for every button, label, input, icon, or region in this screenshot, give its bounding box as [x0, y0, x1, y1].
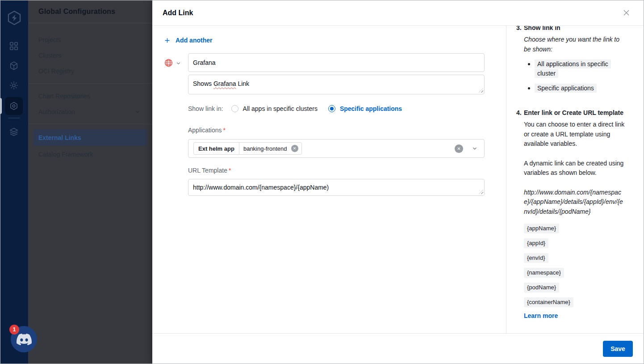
radio-selected-icon: [328, 105, 335, 112]
sidebar-item-authorization[interactable]: Authorization: [28, 104, 152, 119]
sidebar-item-external-links[interactable]: External Links: [33, 129, 147, 146]
add-another-button[interactable]: Add another: [164, 36, 212, 45]
rail-divider: [8, 118, 20, 119]
help-paragraph-2: A dynamic link can be created using vari…: [524, 159, 626, 178]
chip-value-label: banking-frontend: [239, 145, 291, 152]
variable-chip-appname: {appName}: [524, 224, 559, 233]
help-section-4-title: Enter link or Create URL template: [524, 108, 626, 118]
nav-cube-icon[interactable]: [5, 57, 23, 75]
sidebar-item-oci-registry[interactable]: OCI Registry: [28, 63, 152, 79]
sidebar-item-chart-repositories[interactable]: Chart Repositories: [28, 88, 152, 104]
radio-all-apps-in-specific-clusters[interactable]: All apps in specific clusters: [231, 105, 318, 112]
discord-icon: [17, 332, 32, 347]
nav-gear-icon[interactable]: [5, 76, 23, 94]
applications-multiselect[interactable]: Ext helm app banking-frontend ✕ ✕: [188, 139, 485, 158]
show-link-in-row: Show link in: All apps in specific clust…: [188, 103, 485, 114]
link-entry-row: Shows Grafana Link Show link in: All app…: [164, 53, 485, 196]
sidebar-item-clusters[interactable]: Clusters: [28, 47, 152, 63]
clear-all-icon[interactable]: ✕: [455, 144, 463, 153]
modal-body: Add another: [152, 26, 644, 333]
sidebar-heading: Global Configurations: [28, 0, 152, 23]
example-url: http://www.domain.com/{namespace}/{appNa…: [524, 188, 626, 217]
dropdown-chevron-icon[interactable]: [472, 145, 478, 152]
devtron-logo-icon[interactable]: [6, 10, 22, 26]
sidebar-group-3: External Links Catalog Framework: [28, 124, 152, 166]
nav-stack-icon[interactable]: [5, 123, 23, 141]
sidebar-group-2: Chart Repositories Authorization: [28, 83, 152, 124]
help-bullet-2: Specific applications: [524, 84, 626, 93]
required-asterisk: *: [229, 167, 231, 174]
chip-remove-icon[interactable]: ✕: [291, 145, 298, 152]
save-button[interactable]: Save: [603, 341, 633, 357]
modal-footer: Save: [152, 333, 644, 364]
help-bullet-1: All applications in specific cluster: [524, 59, 626, 78]
radio-unselected-icon: [231, 105, 238, 112]
link-form: Add another: [152, 26, 506, 333]
help-bullet-list: All applications in specific cluster Spe…: [524, 59, 626, 93]
sidebar-item-catalog-framework[interactable]: Catalog Framework: [28, 146, 152, 162]
variable-chip-appid: {appId}: [524, 238, 548, 248]
link-icon-column: [164, 53, 188, 196]
notification-badge: 1: [9, 325, 19, 334]
application-chip: Ext helm app banking-frontend ✕: [193, 142, 302, 155]
help-paragraph-1: You can choose to enter a direct link or…: [524, 120, 626, 149]
link-description-input[interactable]: Shows Grafana Link: [188, 75, 485, 94]
help-section-4: 4. Enter link or Create URL template You…: [516, 108, 626, 319]
global-config-sidebar: Global Configurations Projects Clusters …: [28, 0, 152, 364]
icon-picker-chevron-icon[interactable]: [176, 60, 181, 66]
link-name-input[interactable]: [188, 53, 485, 72]
help-section-3: 3. Show link in Choose where you want th…: [516, 26, 626, 98]
chip-type-label: Ext helm app: [194, 145, 239, 152]
url-template-label: URL Template*: [188, 167, 485, 174]
sidebar-item-projects[interactable]: Projects: [28, 32, 152, 47]
sidebar-group-1: Projects Clusters OCI Registry: [28, 23, 152, 83]
help-scroll-content: 3. Show link in Choose where you want th…: [516, 26, 626, 319]
help-section-3-title: Show link in: [524, 26, 626, 33]
applications-label: Applications*: [188, 127, 485, 134]
close-icon[interactable]: [621, 8, 631, 18]
nav-global-config-icon[interactable]: [5, 97, 23, 115]
url-template-input[interactable]: http://www.domain.com/{namespace}/{appNa…: [188, 179, 485, 196]
radio-specific-applications[interactable]: Specific applications: [328, 105, 402, 112]
variable-chip-containername: {containerName}: [524, 297, 573, 307]
link-fields: Shows Grafana Link Show link in: All app…: [188, 53, 485, 196]
select-controls: ✕: [455, 144, 478, 153]
variable-chip-envid: {envId}: [524, 253, 548, 263]
help-section-3-intro: Choose where you want the link to be sho…: [524, 35, 626, 54]
add-link-modal: Add Link Add another: [152, 0, 644, 364]
variable-chip-podname: {podName}: [524, 283, 559, 292]
modal-title: Add Link: [163, 9, 193, 17]
learn-more-link[interactable]: Learn more: [524, 312, 558, 319]
variable-chips: {appName} {appId} {envId} {namespace} {p…: [524, 224, 626, 307]
nav-rail: [0, 0, 28, 364]
help-panel: 3. Show link in Choose where you want th…: [506, 26, 644, 333]
plus-icon: [164, 37, 171, 44]
url-template-wrap: http://www.domain.com/{namespace}/{appNa…: [188, 179, 485, 196]
show-link-in-label: Show link in:: [188, 105, 223, 112]
chevron-down-icon: [134, 109, 141, 115]
globe-icon[interactable]: [164, 58, 173, 68]
nav-grid-icon[interactable]: [5, 37, 23, 55]
description-wrap: Shows Grafana Link: [188, 75, 485, 94]
variable-chip-namespace: {namespace}: [524, 268, 564, 278]
required-asterisk: *: [223, 127, 226, 134]
active-nav-indicator: [0, 98, 2, 114]
modal-header: Add Link: [152, 0, 644, 26]
misspelled-word: Grafana: [213, 80, 236, 87]
